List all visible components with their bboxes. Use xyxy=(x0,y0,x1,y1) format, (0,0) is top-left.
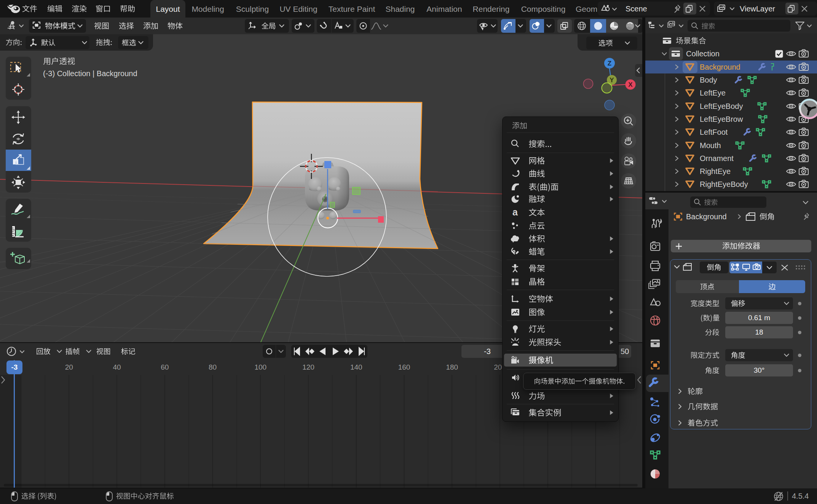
svg-text:X: X xyxy=(628,81,633,88)
svg-text:a: a xyxy=(512,207,518,217)
svg-text:Y: Y xyxy=(610,77,614,84)
svg-text:Z: Z xyxy=(608,60,611,67)
